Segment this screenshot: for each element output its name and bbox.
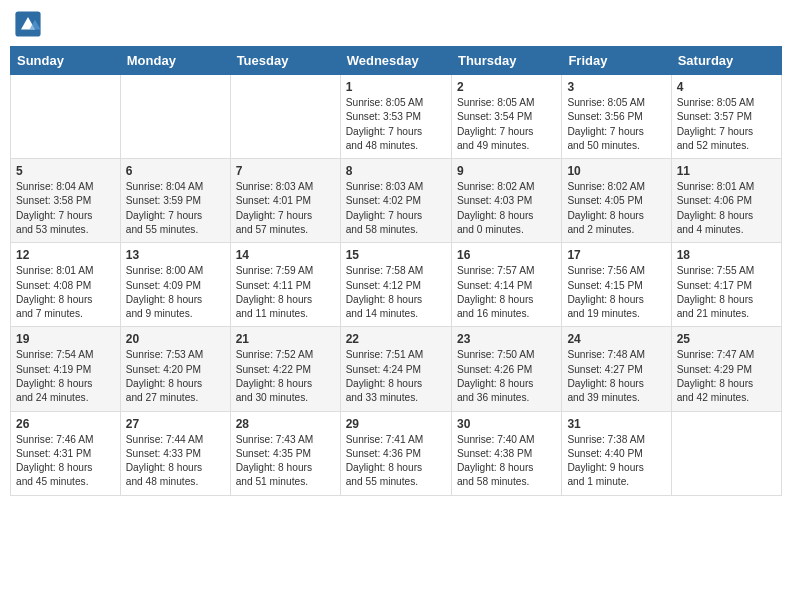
calendar-day-cell: 2Sunrise: 8:05 AM Sunset: 3:54 PM Daylig… [451, 75, 561, 159]
day-info: Sunrise: 8:03 AM Sunset: 4:02 PM Dayligh… [346, 180, 446, 237]
day-info: Sunrise: 7:59 AM Sunset: 4:11 PM Dayligh… [236, 264, 335, 321]
day-info: Sunrise: 8:05 AM Sunset: 3:57 PM Dayligh… [677, 96, 776, 153]
calendar-day-cell: 26Sunrise: 7:46 AM Sunset: 4:31 PM Dayli… [11, 411, 121, 495]
calendar-day-cell: 21Sunrise: 7:52 AM Sunset: 4:22 PM Dayli… [230, 327, 340, 411]
calendar-day-cell: 14Sunrise: 7:59 AM Sunset: 4:11 PM Dayli… [230, 243, 340, 327]
weekday-header: Saturday [671, 47, 781, 75]
calendar-day-cell: 30Sunrise: 7:40 AM Sunset: 4:38 PM Dayli… [451, 411, 561, 495]
day-info: Sunrise: 8:05 AM Sunset: 3:56 PM Dayligh… [567, 96, 665, 153]
day-number: 8 [346, 164, 446, 178]
day-info: Sunrise: 8:03 AM Sunset: 4:01 PM Dayligh… [236, 180, 335, 237]
calendar-day-cell: 6Sunrise: 8:04 AM Sunset: 3:59 PM Daylig… [120, 159, 230, 243]
day-info: Sunrise: 8:01 AM Sunset: 4:06 PM Dayligh… [677, 180, 776, 237]
day-number: 2 [457, 80, 556, 94]
day-info: Sunrise: 7:38 AM Sunset: 4:40 PM Dayligh… [567, 433, 665, 490]
day-number: 14 [236, 248, 335, 262]
calendar-day-cell: 18Sunrise: 7:55 AM Sunset: 4:17 PM Dayli… [671, 243, 781, 327]
day-number: 19 [16, 332, 115, 346]
day-number: 27 [126, 417, 225, 431]
day-number: 23 [457, 332, 556, 346]
calendar-day-cell: 15Sunrise: 7:58 AM Sunset: 4:12 PM Dayli… [340, 243, 451, 327]
day-number: 16 [457, 248, 556, 262]
day-info: Sunrise: 7:46 AM Sunset: 4:31 PM Dayligh… [16, 433, 115, 490]
weekday-header: Thursday [451, 47, 561, 75]
logo [14, 10, 44, 38]
calendar-day-cell: 20Sunrise: 7:53 AM Sunset: 4:20 PM Dayli… [120, 327, 230, 411]
day-info: Sunrise: 8:02 AM Sunset: 4:03 PM Dayligh… [457, 180, 556, 237]
calendar-day-cell: 11Sunrise: 8:01 AM Sunset: 4:06 PM Dayli… [671, 159, 781, 243]
day-info: Sunrise: 7:52 AM Sunset: 4:22 PM Dayligh… [236, 348, 335, 405]
calendar-week-row: 5Sunrise: 8:04 AM Sunset: 3:58 PM Daylig… [11, 159, 782, 243]
day-number: 31 [567, 417, 665, 431]
day-info: Sunrise: 7:50 AM Sunset: 4:26 PM Dayligh… [457, 348, 556, 405]
calendar-day-cell: 31Sunrise: 7:38 AM Sunset: 4:40 PM Dayli… [562, 411, 671, 495]
day-number: 11 [677, 164, 776, 178]
day-number: 20 [126, 332, 225, 346]
day-number: 25 [677, 332, 776, 346]
calendar-day-cell: 4Sunrise: 8:05 AM Sunset: 3:57 PM Daylig… [671, 75, 781, 159]
page-header [10, 10, 782, 38]
day-number: 18 [677, 248, 776, 262]
calendar-day-cell: 8Sunrise: 8:03 AM Sunset: 4:02 PM Daylig… [340, 159, 451, 243]
day-number: 26 [16, 417, 115, 431]
day-info: Sunrise: 7:43 AM Sunset: 4:35 PM Dayligh… [236, 433, 335, 490]
day-number: 12 [16, 248, 115, 262]
weekday-header: Wednesday [340, 47, 451, 75]
calendar-week-row: 1Sunrise: 8:05 AM Sunset: 3:53 PM Daylig… [11, 75, 782, 159]
day-info: Sunrise: 8:04 AM Sunset: 3:58 PM Dayligh… [16, 180, 115, 237]
day-number: 9 [457, 164, 556, 178]
day-info: Sunrise: 7:54 AM Sunset: 4:19 PM Dayligh… [16, 348, 115, 405]
calendar-day-cell [120, 75, 230, 159]
day-number: 4 [677, 80, 776, 94]
calendar-day-cell [11, 75, 121, 159]
day-info: Sunrise: 7:40 AM Sunset: 4:38 PM Dayligh… [457, 433, 556, 490]
day-info: Sunrise: 7:58 AM Sunset: 4:12 PM Dayligh… [346, 264, 446, 321]
calendar-day-cell: 12Sunrise: 8:01 AM Sunset: 4:08 PM Dayli… [11, 243, 121, 327]
day-info: Sunrise: 7:44 AM Sunset: 4:33 PM Dayligh… [126, 433, 225, 490]
calendar-day-cell [230, 75, 340, 159]
day-info: Sunrise: 8:04 AM Sunset: 3:59 PM Dayligh… [126, 180, 225, 237]
calendar-week-row: 26Sunrise: 7:46 AM Sunset: 4:31 PM Dayli… [11, 411, 782, 495]
day-info: Sunrise: 8:01 AM Sunset: 4:08 PM Dayligh… [16, 264, 115, 321]
day-number: 1 [346, 80, 446, 94]
day-number: 24 [567, 332, 665, 346]
day-info: Sunrise: 7:57 AM Sunset: 4:14 PM Dayligh… [457, 264, 556, 321]
day-number: 22 [346, 332, 446, 346]
day-info: Sunrise: 7:47 AM Sunset: 4:29 PM Dayligh… [677, 348, 776, 405]
calendar-day-cell: 28Sunrise: 7:43 AM Sunset: 4:35 PM Dayli… [230, 411, 340, 495]
day-number: 21 [236, 332, 335, 346]
day-number: 6 [126, 164, 225, 178]
calendar-day-cell: 5Sunrise: 8:04 AM Sunset: 3:58 PM Daylig… [11, 159, 121, 243]
calendar-day-cell: 29Sunrise: 7:41 AM Sunset: 4:36 PM Dayli… [340, 411, 451, 495]
day-number: 17 [567, 248, 665, 262]
day-number: 5 [16, 164, 115, 178]
day-info: Sunrise: 8:02 AM Sunset: 4:05 PM Dayligh… [567, 180, 665, 237]
logo-icon [14, 10, 42, 38]
calendar-day-cell [671, 411, 781, 495]
calendar-day-cell: 9Sunrise: 8:02 AM Sunset: 4:03 PM Daylig… [451, 159, 561, 243]
calendar-day-cell: 24Sunrise: 7:48 AM Sunset: 4:27 PM Dayli… [562, 327, 671, 411]
day-number: 7 [236, 164, 335, 178]
calendar-day-cell: 1Sunrise: 8:05 AM Sunset: 3:53 PM Daylig… [340, 75, 451, 159]
calendar-header-row: SundayMondayTuesdayWednesdayThursdayFrid… [11, 47, 782, 75]
day-info: Sunrise: 7:53 AM Sunset: 4:20 PM Dayligh… [126, 348, 225, 405]
day-number: 15 [346, 248, 446, 262]
day-number: 30 [457, 417, 556, 431]
day-info: Sunrise: 7:55 AM Sunset: 4:17 PM Dayligh… [677, 264, 776, 321]
day-number: 29 [346, 417, 446, 431]
calendar-week-row: 19Sunrise: 7:54 AM Sunset: 4:19 PM Dayli… [11, 327, 782, 411]
day-info: Sunrise: 8:05 AM Sunset: 3:54 PM Dayligh… [457, 96, 556, 153]
day-info: Sunrise: 7:51 AM Sunset: 4:24 PM Dayligh… [346, 348, 446, 405]
calendar-day-cell: 22Sunrise: 7:51 AM Sunset: 4:24 PM Dayli… [340, 327, 451, 411]
calendar-day-cell: 17Sunrise: 7:56 AM Sunset: 4:15 PM Dayli… [562, 243, 671, 327]
calendar-week-row: 12Sunrise: 8:01 AM Sunset: 4:08 PM Dayli… [11, 243, 782, 327]
day-number: 3 [567, 80, 665, 94]
calendar-day-cell: 25Sunrise: 7:47 AM Sunset: 4:29 PM Dayli… [671, 327, 781, 411]
calendar-day-cell: 16Sunrise: 7:57 AM Sunset: 4:14 PM Dayli… [451, 243, 561, 327]
calendar-day-cell: 27Sunrise: 7:44 AM Sunset: 4:33 PM Dayli… [120, 411, 230, 495]
day-number: 10 [567, 164, 665, 178]
day-info: Sunrise: 8:00 AM Sunset: 4:09 PM Dayligh… [126, 264, 225, 321]
calendar-day-cell: 3Sunrise: 8:05 AM Sunset: 3:56 PM Daylig… [562, 75, 671, 159]
calendar-table: SundayMondayTuesdayWednesdayThursdayFrid… [10, 46, 782, 496]
day-info: Sunrise: 7:41 AM Sunset: 4:36 PM Dayligh… [346, 433, 446, 490]
